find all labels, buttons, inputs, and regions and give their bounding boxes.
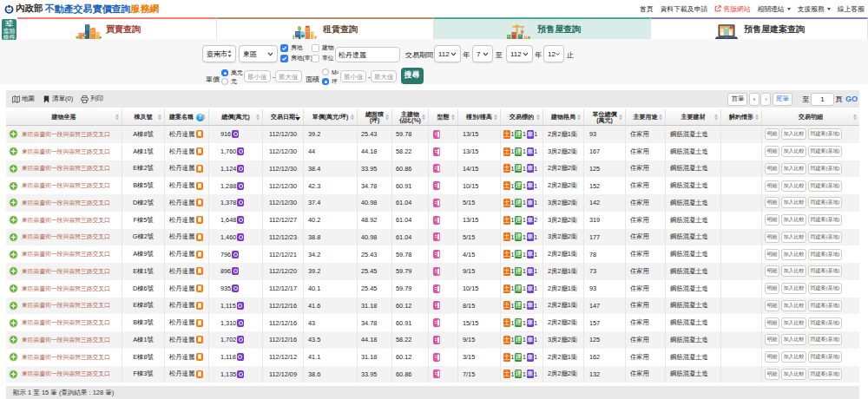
action-同建案(基地)[interactable]: 同建案(基地) xyxy=(808,334,842,345)
column-header-交易明細[interactable]: 交易明細 xyxy=(762,109,859,125)
expand-row-icon[interactable] xyxy=(9,198,18,207)
expand-row-icon[interactable] xyxy=(9,266,18,276)
action-加入比較[interactable]: 加入比較 xyxy=(781,197,806,208)
action-同建案(基地)[interactable]: 同建案(基地) xyxy=(808,265,842,277)
checkbox-房地[interactable]: 房地 xyxy=(280,43,303,52)
tab-租賃查詢[interactable]: 租賃查詢 xyxy=(217,17,434,39)
action-同建案(基地)[interactable]: 同建案(基地) xyxy=(808,351,842,363)
column-header-棟及號[interactable]: 棟及號 xyxy=(122,109,165,125)
action-加入比較[interactable]: 加入比較 xyxy=(781,214,806,226)
action-同建案(基地)[interactable]: 同建案(基地) xyxy=(808,163,842,174)
tab-預售屋建案查詢[interactable]: 預售屋建案查詢 xyxy=(651,17,868,39)
action-明細[interactable]: 明細 xyxy=(765,249,779,260)
list-button[interactable]: 清單(0) xyxy=(43,95,73,103)
action-同建案(基地)[interactable]: 同建案(基地) xyxy=(808,214,842,226)
action-加入比較[interactable]: 加入比較 xyxy=(781,232,806,243)
action-加入比較[interactable]: 加入比較 xyxy=(781,334,806,345)
checkbox-建物[interactable]: 建物 xyxy=(312,43,334,52)
first-page-button[interactable]: 首筆 xyxy=(727,93,747,106)
nav-item-3[interactable]: 相關連結 xyxy=(757,4,790,14)
column-header-總面積[interactable]: 總面積(坪) xyxy=(358,109,392,125)
action-明細[interactable]: 明細 xyxy=(765,180,779,192)
column-header-建物坐落[interactable]: 建物坐落 xyxy=(6,109,122,125)
expand-row-icon[interactable] xyxy=(9,147,18,156)
unit-price-max-input[interactable] xyxy=(275,70,302,82)
tab-買賣查詢[interactable]: 買賣查詢 xyxy=(0,17,217,39)
year-to-select[interactable]: 112 xyxy=(506,45,533,62)
action-加入比較[interactable]: 加入比較 xyxy=(781,283,806,294)
nav-item-5[interactable]: 線上客服 xyxy=(838,4,865,14)
action-明細[interactable]: 明細 xyxy=(765,300,779,311)
column-header-主建物[interactable]: 主建物佔比(%) xyxy=(392,109,429,125)
next-page-button[interactable]: › xyxy=(760,93,771,106)
action-加入比較[interactable]: 加入比較 xyxy=(781,265,806,277)
search-button[interactable]: 搜尋 xyxy=(401,68,424,84)
action-明細[interactable]: 明細 xyxy=(765,232,779,243)
action-明細[interactable]: 明細 xyxy=(765,163,779,174)
action-加入比較[interactable]: 加入比較 xyxy=(781,351,806,363)
last-page-button[interactable]: 尾筆 xyxy=(773,93,792,106)
action-明細[interactable]: 明細 xyxy=(765,197,779,208)
action-同建案(基地)[interactable]: 同建案(基地) xyxy=(808,300,842,311)
column-header-交易標的[interactable]: 交易標的 xyxy=(501,109,543,125)
expand-row-icon[interactable] xyxy=(9,164,18,173)
area-min-input[interactable] xyxy=(340,70,366,82)
expand-row-icon[interactable] xyxy=(9,335,18,344)
page-number-input[interactable] xyxy=(811,93,834,106)
action-同建案(基地)[interactable]: 同建案(基地) xyxy=(808,180,842,192)
unit-price-option-yuan[interactable]: 元 xyxy=(221,77,237,86)
action-明細[interactable]: 明細 xyxy=(765,283,779,294)
expand-row-icon[interactable] xyxy=(9,232,18,242)
area-max-input[interactable] xyxy=(371,70,397,82)
action-加入比較[interactable]: 加入比較 xyxy=(781,317,806,329)
column-header-主要用途[interactable]: 主要用途 xyxy=(626,109,666,125)
action-明細[interactable]: 明細 xyxy=(765,214,779,226)
nav-item-4[interactable]: 支援服務 xyxy=(798,4,831,14)
action-加入比較[interactable]: 加入比較 xyxy=(781,300,806,311)
action-同建案(基地)[interactable]: 同建案(基地) xyxy=(808,128,842,140)
action-明細[interactable]: 明細 xyxy=(765,265,779,277)
action-明細[interactable]: 明細 xyxy=(765,146,779,157)
nav-item-2[interactable]: 舊版網站 xyxy=(714,4,750,14)
expand-row-icon[interactable] xyxy=(9,318,18,328)
column-header-交易日期[interactable]: 交易日期 xyxy=(263,109,304,125)
site-logo[interactable]: 內政部 不動產交易實價查詢 服務網 xyxy=(4,1,160,16)
prev-page-button[interactable]: ‹ xyxy=(749,93,760,106)
column-header-解約情形[interactable]: 解約情形 xyxy=(721,109,762,125)
action-加入比較[interactable]: 加入比較 xyxy=(781,180,806,192)
action-明細[interactable]: 明細 xyxy=(765,128,779,140)
column-header-型態[interactable]: 型態 xyxy=(429,109,458,125)
area-option-m2[interactable]: M² xyxy=(322,69,339,75)
action-加入比較[interactable]: 加入比較 xyxy=(781,369,806,380)
action-同建案(基地)[interactable]: 同建案(基地) xyxy=(808,283,842,294)
nav-item-0[interactable]: 首頁 xyxy=(640,4,654,14)
action-加入比較[interactable]: 加入比較 xyxy=(781,163,806,174)
expand-row-icon[interactable] xyxy=(9,352,18,362)
city-select[interactable]: 臺南市 xyxy=(202,45,236,62)
keyword-input[interactable] xyxy=(335,47,400,62)
column-header-主要建材[interactable]: 主要建材 xyxy=(666,109,721,125)
unit-price-option-wan[interactable]: 萬元 xyxy=(221,69,243,77)
expand-row-icon[interactable] xyxy=(9,370,18,379)
go-button[interactable]: GO xyxy=(845,95,858,103)
district-select[interactable]: 東區 xyxy=(239,45,278,62)
action-明細[interactable]: 明細 xyxy=(765,334,779,345)
year-from-select[interactable]: 112 xyxy=(434,45,461,62)
map-button[interactable]: 地圖 xyxy=(12,95,35,103)
checkbox-車位[interactable]: 車位 xyxy=(312,54,334,62)
column-header-總價(萬元)[interactable]: 總價(萬元) xyxy=(209,109,263,125)
action-同建案(基地)[interactable]: 同建案(基地) xyxy=(808,146,842,157)
checkbox-房地(車)[interactable]: 房地(車) xyxy=(280,54,312,62)
print-button[interactable]: 列印 xyxy=(81,95,103,103)
column-header-建案名稱[interactable]: 建案名稱? xyxy=(165,109,209,125)
action-明細[interactable]: 明細 xyxy=(765,369,779,380)
month-to-select[interactable]: 12 xyxy=(543,45,564,62)
expand-row-icon[interactable] xyxy=(9,215,18,225)
action-明細[interactable]: 明細 xyxy=(765,351,779,363)
column-header-單位總價[interactable]: 單位總價(萬元) xyxy=(584,109,626,125)
area-option-ping[interactable]: 坪 xyxy=(322,77,338,86)
column-header-建物格局[interactable]: 建物格局 xyxy=(543,109,584,125)
action-同建案(基地)[interactable]: 同建案(基地) xyxy=(808,249,842,260)
column-header-單價(萬元/坪)[interactable]: 單價(萬元/坪) xyxy=(304,109,358,125)
nav-item-1[interactable]: 資料下載及申請 xyxy=(661,4,708,14)
